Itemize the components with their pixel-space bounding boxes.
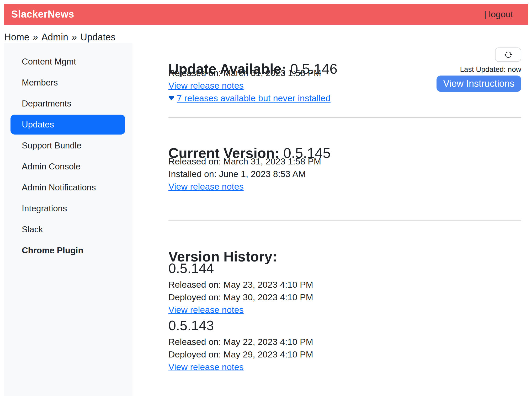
top-bar: SlackerNews | logout — [4, 4, 528, 25]
history-released-on-text: Released on: May 22, 2023 4:10 PM — [168, 335, 313, 348]
logout-link[interactable]: | logout — [484, 9, 513, 19]
section-divider — [168, 117, 521, 118]
current-released-on-text: Released on: March 31, 2023 1:58 PM — [168, 155, 321, 168]
view-instructions-button[interactable]: View Instructions — [437, 76, 521, 92]
sidebar-item-support-bundle[interactable]: Support Bundle — [10, 136, 125, 156]
sidebar-item-admin-notifications[interactable]: Admin Notifications — [10, 178, 125, 197]
current-view-release-notes-link[interactable]: View release notes — [168, 181, 244, 191]
sidebar-item-updates[interactable]: Updates — [10, 115, 125, 135]
last-updated-text: Last Updated: now — [460, 65, 522, 74]
version-history-entry: Released on: May 23, 2023 4:10 PM Deploy… — [168, 278, 313, 316]
update-view-release-notes-link[interactable]: View release notes — [168, 81, 244, 90]
caret-down-icon — [168, 96, 174, 100]
breadcrumb-separator: » — [33, 32, 38, 42]
sidebar-item-members[interactable]: Members — [10, 73, 125, 93]
sidebar-item-slack[interactable]: Slack — [10, 220, 125, 239]
update-released-on-text: Released on: March 31, 2023 1:58 PM — [168, 67, 331, 79]
refresh-icon — [504, 51, 512, 59]
history-deployed-on-text: Deployed on: May 30, 2023 4:10 PM — [168, 291, 313, 303]
breadcrumb: Home»Admin»Updates — [4, 31, 115, 44]
history-deployed-on-text: Deployed on: May 29, 2023 4:10 PM — [168, 348, 313, 361]
refresh-button[interactable] — [495, 47, 521, 62]
breadcrumb-separator: » — [72, 32, 77, 42]
history-entry-version: 0.5.143 — [168, 317, 214, 334]
page: SlackerNews | logout Home»Admin»Updates … — [0, 0, 532, 396]
update-available-details: Released on: March 31, 2023 1:58 PM View… — [168, 67, 331, 104]
sidebar-item-integrations[interactable]: Integrations — [10, 199, 125, 218]
breadcrumb-item-updates[interactable]: Updates — [80, 32, 115, 42]
app-brand: SlackerNews — [11, 9, 74, 20]
breadcrumb-item-home[interactable]: Home — [4, 32, 29, 42]
history-entry-version: 0.5.144 — [168, 260, 214, 276]
sidebar-item-content-mgmt[interactable]: Content Mgmt — [10, 52, 125, 72]
sidebar-item-chrome-plugin[interactable]: Chrome Plugin — [10, 240, 125, 260]
history-view-release-notes-link[interactable]: View release notes — [168, 362, 244, 372]
current-version-details: Released on: March 31, 2023 1:58 PM Inst… — [168, 155, 321, 193]
current-installed-on-text: Installed on: June 1, 2023 8:53 AM — [168, 168, 321, 180]
version-history-entry: Released on: May 22, 2023 4:10 PM Deploy… — [168, 335, 313, 373]
history-view-release-notes-link[interactable]: View release notes — [168, 305, 244, 315]
releases-toggle[interactable]: 7 releases available but never installed — [168, 92, 331, 104]
section-divider — [168, 220, 521, 221]
sidebar-item-admin-console[interactable]: Admin Console — [10, 157, 125, 176]
sidebar: Content Mgmt Members Departments Updates… — [4, 43, 132, 396]
history-released-on-text: Released on: May 23, 2023 4:10 PM — [168, 278, 313, 291]
sidebar-item-departments[interactable]: Departments — [10, 94, 125, 114]
releases-toggle-link[interactable]: 7 releases available but never installed — [177, 92, 331, 104]
breadcrumb-item-admin[interactable]: Admin — [41, 32, 68, 42]
